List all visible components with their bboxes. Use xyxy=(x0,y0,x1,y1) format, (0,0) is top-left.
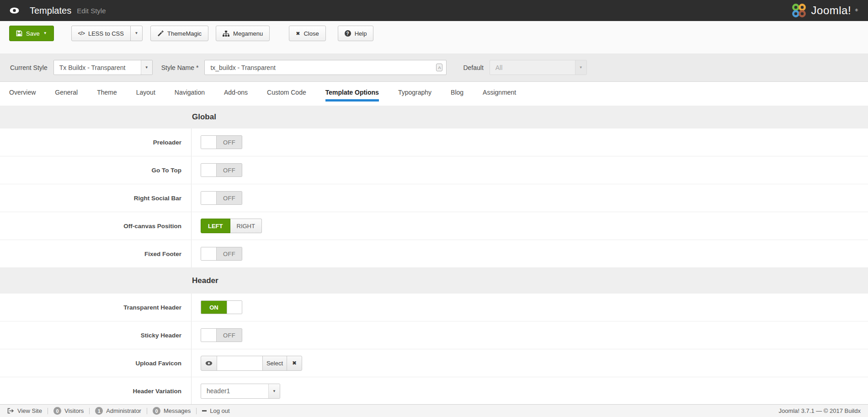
row-right-social-bar: Right Social Bar OFF xyxy=(0,184,868,212)
row-go-to-top: Go To Top OFF xyxy=(0,156,868,184)
tab-overview[interactable]: Overview xyxy=(9,89,36,102)
row-fixed-footer: Fixed Footer OFF xyxy=(0,240,868,268)
log-out-link[interactable]: Log out xyxy=(202,407,229,414)
tab-assignment[interactable]: Assignment xyxy=(483,89,516,102)
transparent-header-label: Transparent Header xyxy=(0,294,192,321)
off-canvas-right-button[interactable]: RIGHT xyxy=(230,219,262,233)
sticky-header-toggle[interactable]: OFF xyxy=(201,328,242,342)
caret-down-icon: ▼ xyxy=(135,32,138,35)
administrator-link[interactable]: 1 Administrator xyxy=(95,407,141,415)
style-name-field-wrap xyxy=(204,60,447,75)
tab-blog[interactable]: Blog xyxy=(451,89,463,102)
upload-favicon-label: Upload Favicon xyxy=(0,349,192,377)
toggle-off-label: OFF xyxy=(216,329,242,342)
go-to-top-toggle[interactable]: OFF xyxy=(201,163,242,177)
close-label: Close xyxy=(304,30,319,37)
view-site-link[interactable]: View Site xyxy=(7,407,42,414)
favicon-path-input[interactable] xyxy=(217,356,263,371)
messages-link[interactable]: 0 Messages xyxy=(153,407,191,415)
transparent-header-toggle[interactable]: ON xyxy=(201,300,242,314)
topbar: Templates Edit Style Joomla! ® xyxy=(0,0,868,21)
caret-down-icon: ▼ xyxy=(43,32,47,35)
divider xyxy=(48,408,48,414)
tab-general[interactable]: General xyxy=(55,89,78,102)
default-label: Default xyxy=(463,64,483,71)
preview-eye-icon xyxy=(9,7,20,14)
fixed-footer-toggle[interactable]: OFF xyxy=(201,247,242,261)
thememagic-button[interactable]: ThemeMagic xyxy=(150,26,208,41)
code-icon: </> xyxy=(78,30,85,37)
toggle-off-label: OFF xyxy=(216,247,242,260)
save-button[interactable]: Save ▼ xyxy=(9,26,54,41)
messages-label: Messages xyxy=(164,407,191,414)
caret-down-icon: ▼ xyxy=(268,384,280,398)
help-label: Help xyxy=(355,30,367,37)
row-header-variation: Header Variation header1 ▼ xyxy=(0,377,868,405)
tab-bar: Overview General Theme Layout Navigation… xyxy=(0,82,868,102)
header-variation-select[interactable]: header1 ▼ xyxy=(201,384,280,399)
save-icon xyxy=(16,30,22,37)
default-select: All ▼ xyxy=(490,60,587,75)
preloader-control: OFF xyxy=(192,128,868,156)
current-style-select[interactable]: Tx Buildx - Transparent ▼ xyxy=(53,60,153,75)
off-canvas-position-button-group: LEFT RIGHT xyxy=(201,219,262,233)
favicon-clear-button[interactable]: ✖ xyxy=(287,356,302,371)
fixed-footer-label: Fixed Footer xyxy=(0,240,192,267)
right-social-bar-control: OFF xyxy=(192,184,868,212)
visitors-label: Visitors xyxy=(64,407,84,414)
go-to-top-label: Go To Top xyxy=(0,156,192,184)
tab-add-ons[interactable]: Add-ons xyxy=(224,89,248,102)
save-button-label: Save xyxy=(26,30,40,37)
magic-wand-icon xyxy=(157,30,164,37)
go-to-top-control: OFF xyxy=(192,156,868,184)
clear-x-icon: ✖ xyxy=(292,360,297,366)
sticky-header-label: Sticky Header xyxy=(0,321,192,349)
thememagic-label: ThemeMagic xyxy=(167,30,202,37)
default-value: All xyxy=(490,60,575,75)
megamenu-button[interactable]: Megamenu xyxy=(216,26,270,41)
close-button[interactable]: ✖ Close xyxy=(289,26,325,41)
favicon-select-button[interactable]: Select xyxy=(262,356,287,371)
style-name-label: Style Name * xyxy=(161,64,199,71)
right-social-bar-toggle[interactable]: OFF xyxy=(201,191,242,205)
tab-navigation[interactable]: Navigation xyxy=(175,89,205,102)
help-icon: ? xyxy=(345,30,351,37)
off-canvas-left-button[interactable]: LEFT xyxy=(201,219,230,233)
style-name-input[interactable] xyxy=(206,64,436,71)
visitors-link[interactable]: 0 Visitors xyxy=(53,407,84,415)
joomla-logo-reg: ® xyxy=(855,5,858,16)
sitemap-icon xyxy=(223,31,229,37)
divider xyxy=(147,408,147,414)
toggle-off-label: OFF xyxy=(216,192,242,204)
less-to-css-button[interactable]: </> LESS to CSS xyxy=(71,26,131,41)
view-site-label: View Site xyxy=(17,407,42,414)
administrator-label: Administrator xyxy=(106,407,141,414)
fixed-footer-control: OFF xyxy=(192,240,868,267)
tab-custom-code[interactable]: Custom Code xyxy=(267,89,306,102)
help-button[interactable]: ? Help xyxy=(338,26,374,41)
toggle-knob xyxy=(201,329,216,342)
statusbar: View Site 0 Visitors 1 Administrator 0 M… xyxy=(0,404,868,417)
joomla-logo-icon xyxy=(791,2,807,19)
divider xyxy=(89,408,90,414)
upload-favicon-control: Select ✖ xyxy=(192,349,868,377)
favicon-preview-button[interactable] xyxy=(201,356,217,371)
tab-theme[interactable]: Theme xyxy=(97,89,117,102)
toggle-knob xyxy=(201,247,216,260)
row-upload-favicon: Upload Favicon Select ✖ xyxy=(0,349,868,377)
current-style-label: Current Style xyxy=(10,64,48,71)
eye-icon xyxy=(205,361,213,366)
row-off-canvas-position: Off-canvas Position LEFT RIGHT xyxy=(0,212,868,240)
tab-layout[interactable]: Layout xyxy=(136,89,155,102)
version-text: Joomla! 3.7.1 — © 2017 Buildx xyxy=(779,407,861,414)
preloader-toggle[interactable]: OFF xyxy=(201,135,242,149)
tab-typography[interactable]: Typography xyxy=(398,89,431,102)
less-to-css-dropdown-toggle[interactable]: ▼ xyxy=(130,26,143,41)
section-heading-header: Header xyxy=(0,268,868,294)
messages-count-badge: 0 xyxy=(153,407,160,415)
off-canvas-position-label: Off-canvas Position xyxy=(0,212,192,240)
tab-template-options[interactable]: Template Options xyxy=(325,89,379,102)
transparent-header-control: ON xyxy=(192,294,868,321)
current-style-value: Tx Buildx - Transparent xyxy=(54,60,141,75)
toggle-knob xyxy=(201,164,216,176)
